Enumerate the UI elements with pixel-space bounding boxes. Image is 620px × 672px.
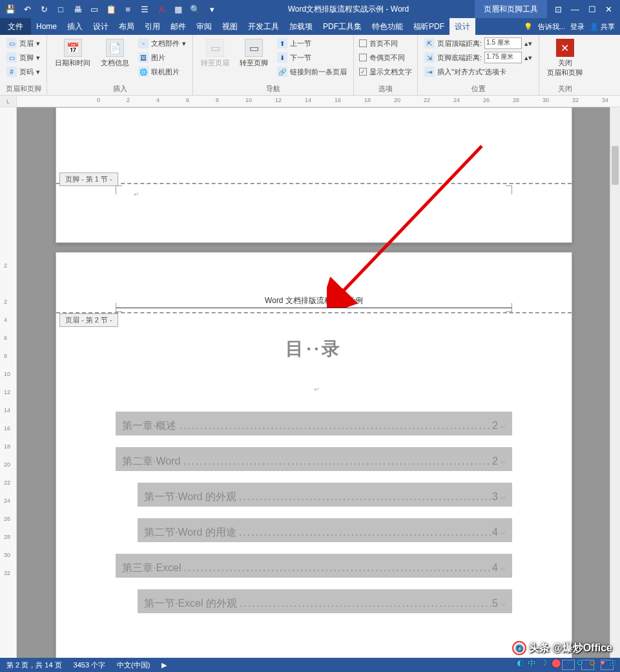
toc-label: 第一章·概述 bbox=[122, 419, 176, 433]
toc-row: 第一节·Word 的外观 ...........................… bbox=[138, 483, 512, 507]
tab-file[interactable]: 文件 bbox=[0, 18, 31, 35]
close-hf-button[interactable]: ✕关闭 页眉和页脚 bbox=[543, 36, 586, 80]
table-of-contents: 第一章·概述 .................................… bbox=[116, 412, 512, 625]
vertical-scrollbar[interactable] bbox=[610, 107, 620, 658]
tab-view[interactable]: 视图 bbox=[217, 18, 243, 35]
header-top-field[interactable]: ⇱页眉顶端距离: 1.5 厘米▴▾ bbox=[422, 36, 535, 50]
ribbon: ▭页眉 ▾ ▭页脚 ▾ #页码 ▾ 页眉和页脚 📅日期和时间 📄文档信息 ▫文档… bbox=[0, 35, 620, 96]
goto-footer-button[interactable]: ▭转至页脚 bbox=[236, 36, 272, 70]
login-button[interactable]: 登录 bbox=[570, 22, 584, 32]
odd-even-diff-checkbox[interactable]: 奇偶页不同 bbox=[358, 50, 413, 65]
toc-label: 第一节·Word 的外观 bbox=[144, 490, 236, 504]
paragraph-mark: ↵ bbox=[501, 530, 506, 537]
close-window-icon[interactable]: ✕ bbox=[605, 5, 612, 14]
ruler-corner[interactable]: L bbox=[0, 96, 17, 107]
goto-header-icon: ▭ bbox=[206, 39, 224, 57]
footer-bottom-field[interactable]: ⇲页脚底端距离: 1.75 厘米▴▾ bbox=[422, 50, 535, 65]
tab-layout[interactable]: 布局 bbox=[114, 18, 140, 35]
preview-icon[interactable]: ▭ bbox=[87, 1, 102, 17]
paragraph-mark: ↵ bbox=[501, 565, 506, 572]
redo-icon[interactable]: ↻ bbox=[36, 1, 52, 17]
paragraph-icon[interactable]: ≡ bbox=[120, 1, 136, 17]
footer-section-tag: 页脚 - 第 1 节 - bbox=[59, 173, 118, 186]
paragraph-mark: ↵ bbox=[501, 423, 506, 430]
maximize-icon[interactable]: ☐ bbox=[588, 5, 596, 14]
status-page[interactable]: 第 2 页，共 14 页 bbox=[6, 660, 62, 670]
bullets-icon[interactable]: ☰ bbox=[137, 1, 152, 17]
find-icon[interactable]: 🔍 bbox=[187, 1, 203, 17]
ribbon-options-icon[interactable]: ⊡ bbox=[555, 5, 562, 14]
tab-pdftools[interactable]: PDF工具集 bbox=[318, 18, 367, 35]
context-tools-label: 页眉和页脚工具 bbox=[475, 0, 547, 18]
paste-icon[interactable]: 📋 bbox=[103, 1, 119, 17]
datetime-button[interactable]: 📅日期和时间 bbox=[51, 36, 94, 70]
tab-devtools[interactable]: 开发工具 bbox=[243, 18, 284, 35]
tell-me[interactable]: 告诉我... bbox=[538, 22, 565, 32]
docinfo-button[interactable]: 📄文档信息 bbox=[97, 36, 133, 70]
header-section-tag: 页眉 - 第 2 节 - bbox=[59, 313, 118, 327]
tab-design[interactable]: 设计 bbox=[88, 18, 114, 35]
pagenum-button[interactable]: #页码 ▾ bbox=[4, 65, 43, 79]
horizontal-ruler[interactable]: L 0246810121416182022242628303234 bbox=[0, 96, 620, 107]
new-icon[interactable]: □ bbox=[53, 1, 68, 17]
tab-features[interactable]: 特色功能 bbox=[367, 18, 408, 35]
tab-insert[interactable]: 插入 bbox=[62, 18, 88, 35]
docparts-icon: ▫ bbox=[138, 38, 149, 48]
font-color-icon[interactable]: A bbox=[154, 1, 169, 17]
next-section-button[interactable]: ⬇下一节 bbox=[274, 50, 349, 65]
tab-foxit[interactable]: 福昕PDF bbox=[408, 18, 450, 35]
prev-icon: ⬆ bbox=[277, 38, 287, 48]
toc-leader: ........................................… bbox=[236, 491, 492, 503]
picture-button[interactable]: 🖼图片 bbox=[136, 50, 189, 65]
footer-button[interactable]: ▭页脚 ▾ bbox=[4, 50, 43, 65]
vertical-ruler[interactable]: 2 2 4 6 8 10 12 14 16 18 20 22 24 26 28 … bbox=[0, 107, 17, 658]
tab-mailings[interactable]: 邮件 bbox=[165, 18, 191, 35]
toc-leader: ........................................… bbox=[181, 562, 493, 574]
status-words[interactable]: 3453 个字 bbox=[74, 660, 106, 670]
toc-page: 4 bbox=[492, 562, 498, 574]
toc-row: 第二章·Word ...............................… bbox=[116, 447, 512, 471]
next-icon: ⬇ bbox=[277, 52, 287, 63]
scrollbar-thumb[interactable] bbox=[612, 146, 619, 185]
paragraph-mark: ↵ bbox=[501, 601, 506, 608]
table-icon[interactable]: ▦ bbox=[170, 1, 186, 17]
toc-page: 3 bbox=[492, 491, 498, 503]
print-icon[interactable]: 🖶 bbox=[70, 1, 85, 17]
header-text[interactable]: Word 文档排版流程实战示例 bbox=[116, 295, 512, 308]
toc-page: 2 bbox=[492, 420, 498, 432]
online-pic-button[interactable]: 🌐联机图片 bbox=[136, 65, 189, 79]
share-button[interactable]: 👤 共享 bbox=[590, 22, 615, 32]
prev-section-button[interactable]: ⬆上一节 bbox=[274, 36, 349, 50]
toc-label: 第一节·Excel 的外观 bbox=[144, 597, 237, 611]
goto-header-button: ▭转至页眉 bbox=[197, 36, 233, 70]
ribbon-group-hf: ▭页眉 ▾ ▭页脚 ▾ #页码 ▾ 页眉和页脚 bbox=[0, 35, 47, 95]
toc-title: 目··录 bbox=[56, 337, 572, 361]
page-2: Word 文档排版流程实战示例 页眉 - 第 2 节 - 目··录 ↵ 第一章·… bbox=[56, 252, 572, 658]
insert-align-tab-button[interactable]: ⇥插入"对齐方式"选项卡 bbox=[422, 65, 535, 79]
minimize-icon[interactable]: — bbox=[571, 5, 579, 14]
first-page-diff-checkbox[interactable]: 首页不同 bbox=[358, 36, 413, 50]
goto-footer-icon: ▭ bbox=[245, 39, 263, 57]
document-workspace: 2 2 4 6 8 10 12 14 16 18 20 22 24 26 28 … bbox=[0, 107, 620, 658]
toc-row: 第二节·Word 的用途 ...........................… bbox=[138, 518, 512, 542]
tab-hf-design[interactable]: 设计 bbox=[450, 18, 475, 35]
tab-references[interactable]: 引用 bbox=[140, 18, 165, 35]
qat-dropdown-icon[interactable]: ▾ bbox=[204, 1, 220, 17]
status-macro-icon[interactable]: ▶ bbox=[161, 661, 167, 669]
header-button[interactable]: ▭页眉 ▾ bbox=[4, 36, 43, 50]
link-icon: 🔗 bbox=[277, 67, 287, 77]
tab-home[interactable]: Home bbox=[31, 18, 62, 35]
show-doc-text-checkbox[interactable]: ✓显示文档文字 bbox=[358, 65, 413, 79]
document-scroll-area[interactable]: 页脚 - 第 1 节 - ↵ Word 文档排版流程实战示例 页眉 - 第 2 … bbox=[17, 107, 610, 658]
save-icon[interactable]: 💾 bbox=[3, 1, 18, 17]
header-icon: ▭ bbox=[6, 38, 17, 48]
toc-page: 5 bbox=[492, 598, 498, 609]
tab-addins[interactable]: 加载项 bbox=[284, 18, 318, 35]
docparts-button[interactable]: ▫文档部件 ▾ bbox=[136, 36, 189, 50]
undo-icon[interactable]: ↶ bbox=[19, 1, 35, 17]
toc-leader: ........................................… bbox=[180, 456, 492, 467]
link-prev-button[interactable]: 🔗链接到前一条页眉 bbox=[274, 65, 349, 79]
tab-review[interactable]: 审阅 bbox=[191, 18, 217, 35]
status-lang[interactable]: 中文(中国) bbox=[117, 660, 150, 670]
title-bar: 💾 ↶ ↻ □ 🖶 ▭ 📋 ≡ ☰ A ▦ 🔍 ▾ Word文档排版流程实战示例… bbox=[0, 0, 620, 18]
